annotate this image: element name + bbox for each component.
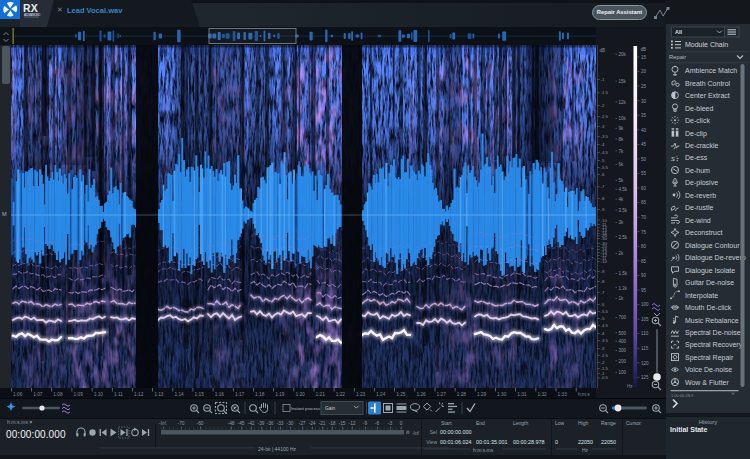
svg-text:500: 500 (619, 331, 627, 336)
svg-text:-2: -2 (601, 103, 605, 108)
svg-text:-2.5: -2.5 (601, 353, 609, 358)
svg-text:0: 0 (555, 439, 558, 445)
svg-text:1:32: 1:32 (537, 392, 547, 397)
svg-text:4.5k: 4.5k (619, 187, 628, 192)
svg-text:-6: -6 (601, 172, 605, 177)
svg-text:1:14: 1:14 (174, 392, 184, 397)
svg-text:Instant process: Instant process (291, 406, 320, 411)
svg-text:90: 90 (641, 273, 647, 278)
svg-text:De-wind: De-wind (685, 217, 711, 224)
svg-text:80: 80 (641, 244, 647, 249)
svg-text:-36: -36 (267, 421, 274, 426)
svg-text:1:15: 1:15 (195, 392, 205, 397)
svg-text:End: End (476, 420, 485, 426)
svg-text:10k: 10k (619, 116, 627, 121)
svg-text:00:00:28.978: 00:00:28.978 (513, 439, 544, 445)
svg-text:Hz: Hz (582, 447, 589, 453)
svg-text:22050: 22050 (601, 439, 616, 445)
svg-text:2k: 2k (619, 251, 625, 256)
svg-text:-60: -60 (197, 421, 204, 426)
svg-text:-4.5: -4.5 (601, 323, 609, 328)
svg-text:95: 95 (641, 288, 647, 293)
svg-text:Spectral Repair: Spectral Repair (685, 354, 734, 362)
svg-text:dB: dB (600, 48, 606, 53)
svg-text:00:00:00.000: 00:00:00.000 (440, 429, 471, 435)
svg-text:1:29: 1:29 (477, 392, 487, 397)
svg-text:Start: Start (441, 420, 452, 426)
svg-text:400: 400 (619, 339, 627, 344)
svg-text:-3.5: -3.5 (601, 338, 609, 343)
svg-text:-3: -3 (601, 346, 605, 351)
svg-text:h:m:s.ms: h:m:s.ms (473, 447, 494, 453)
svg-text:1.2k: 1.2k (619, 286, 628, 291)
svg-text:1:22: 1:22 (336, 392, 346, 397)
svg-text:700: 700 (619, 315, 627, 320)
svg-text:-24: -24 (309, 421, 316, 426)
svg-text:00:01:06.024: 00:01:06.024 (440, 439, 471, 445)
svg-text:-5.5: -5.5 (601, 309, 609, 314)
svg-text:-5: -5 (601, 316, 605, 321)
svg-text:De-ess: De-ess (685, 154, 708, 161)
svg-text:50: 50 (641, 157, 647, 162)
svg-text:-Inf: -Inf (412, 431, 420, 436)
svg-text:1:28: 1:28 (457, 392, 467, 397)
svg-text:65: 65 (641, 200, 647, 205)
svg-text:-1.5: -1.5 (601, 90, 609, 95)
svg-text:1:11: 1:11 (114, 392, 123, 397)
svg-text:1:17: 1:17 (235, 392, 245, 397)
svg-text:-1: -1 (601, 77, 605, 82)
svg-text:1:06: 1:06 (13, 392, 23, 397)
svg-text:-21: -21 (319, 421, 326, 426)
svg-text:1.5k: 1.5k (619, 271, 628, 276)
svg-text:4k: 4k (619, 197, 625, 202)
svg-text:Range: Range (601, 420, 616, 426)
svg-text:Breath Control: Breath Control (685, 80, 731, 87)
svg-text:Cursor: Cursor (626, 420, 641, 426)
svg-text:85: 85 (641, 259, 647, 264)
svg-text:1:19: 1:19 (275, 392, 285, 397)
svg-text:Gain: Gain (325, 406, 335, 411)
svg-text:1:33: 1:33 (558, 392, 568, 397)
svg-text:-10: -10 (601, 259, 608, 264)
svg-text:20k: 20k (619, 52, 627, 57)
svg-text:View: View (426, 439, 437, 445)
svg-text:-7: -7 (601, 290, 605, 295)
svg-text:1k: 1k (619, 296, 625, 301)
svg-text:1:08: 1:08 (53, 392, 63, 397)
svg-text:Guitar De-noise: Guitar De-noise (685, 279, 734, 286)
svg-text:1:20: 1:20 (295, 392, 305, 397)
svg-text:De-click: De-click (685, 117, 710, 124)
svg-text:-70: -70 (178, 421, 185, 426)
svg-text:-5.5: -5.5 (601, 165, 609, 170)
svg-text:22050: 22050 (578, 439, 593, 445)
svg-text:100: 100 (641, 302, 649, 307)
svg-text:70: 70 (641, 215, 647, 220)
svg-text:120: 120 (641, 361, 649, 366)
svg-text:Wow & Flutter: Wow & Flutter (685, 379, 729, 386)
svg-text:Center Extract: Center Extract (685, 92, 730, 99)
svg-text:1:12: 1:12 (134, 392, 144, 397)
svg-text:Music Rebalance: Music Rebalance (685, 317, 739, 324)
svg-text:Dialogue De-reverb: Dialogue De-reverb (685, 254, 746, 262)
svg-text:De-clip: De-clip (685, 130, 707, 138)
svg-text:35: 35 (641, 113, 647, 118)
svg-text:25: 25 (641, 84, 647, 89)
svg-text:75: 75 (641, 230, 647, 235)
svg-text:1:18: 1:18 (255, 392, 265, 397)
svg-text:-6: -6 (375, 421, 380, 426)
svg-text:-0.5: -0.5 (601, 375, 609, 380)
svg-text:-4: -4 (601, 331, 605, 336)
svg-text:-39: -39 (258, 421, 265, 426)
svg-text:Interpolate: Interpolate (685, 292, 718, 300)
svg-text:Voice De-noise: Voice De-noise (685, 366, 732, 373)
svg-text:00:01:35.001: 00:01:35.001 (476, 439, 507, 445)
svg-text:100: 100 (619, 370, 627, 375)
svg-text:-8: -8 (601, 279, 605, 284)
svg-text:De-crackle: De-crackle (685, 142, 719, 149)
svg-text:-Inf.: -Inf. (159, 421, 167, 426)
svg-text:1:27: 1:27 (437, 392, 447, 397)
svg-text:12k: 12k (619, 100, 627, 105)
svg-text:-30: -30 (287, 421, 294, 426)
svg-text:Hz: Hz (627, 384, 633, 389)
svg-text:De-bleed: De-bleed (685, 105, 714, 112)
